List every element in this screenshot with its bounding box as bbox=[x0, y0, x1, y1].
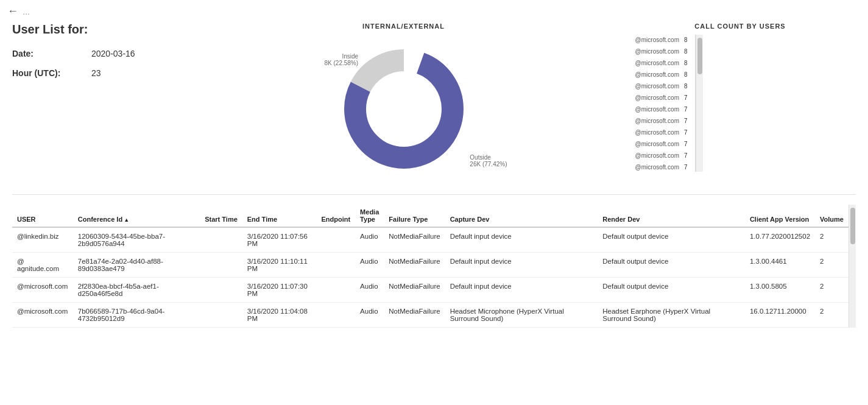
table-cell: 3/16/2020 11:07:56 PM bbox=[242, 227, 317, 253]
table-cell: 2 bbox=[815, 303, 849, 328]
table-cell: NotMediaFailure bbox=[384, 253, 445, 278]
table-cell: @linkedin.biz bbox=[12, 227, 73, 253]
table-cell: Audio bbox=[355, 278, 384, 303]
bar-label: @microsoft.com bbox=[624, 94, 679, 101]
inside-label: Inside 8K (22.58%) bbox=[325, 53, 359, 66]
table-cell: 7e81a74e-2a02-4d40-af88-89d0383ae479 bbox=[73, 253, 200, 278]
table-scrollbar-thumb[interactable] bbox=[850, 208, 855, 244]
table-cell: Default output device bbox=[598, 227, 745, 253]
table-cell: NotMediaFailure bbox=[384, 303, 445, 328]
donut-chart-section: INTERNAL/EXTERNAL Inside 8K (22.58%) Out… bbox=[207, 23, 600, 182]
outside-label: Outside 26K (77.42%) bbox=[470, 154, 507, 167]
bar-label: @microsoft.com bbox=[624, 106, 679, 113]
bar-value: 7 bbox=[684, 164, 694, 171]
breadcrumb-ellipsis: ... bbox=[23, 7, 30, 16]
table-cell: 16.0.12711.20000 bbox=[745, 303, 815, 328]
table-cell bbox=[200, 303, 242, 328]
table-cell: Default input device bbox=[445, 227, 598, 253]
col-render-dev: Render Dev bbox=[598, 205, 745, 227]
scrollbar-thumb[interactable] bbox=[697, 38, 702, 74]
table-cell: 2 bbox=[815, 253, 849, 278]
table-cell: NotMediaFailure bbox=[384, 227, 445, 253]
bar-label: @microsoft.com bbox=[624, 118, 679, 124]
hour-label: Hour (UTC): bbox=[12, 68, 91, 78]
table-cell: Default input device bbox=[445, 278, 598, 303]
donut-chart-title: INTERNAL/EXTERNAL bbox=[362, 23, 445, 30]
bar-value: 8 bbox=[684, 83, 694, 90]
table-cell bbox=[316, 303, 355, 328]
scrollbar-track[interactable] bbox=[696, 35, 703, 172]
bar-row: @microsoft.com7 bbox=[624, 139, 694, 149]
section-divider bbox=[12, 194, 856, 195]
bar-value: 7 bbox=[684, 94, 694, 101]
table-cell: 7b066589-717b-46cd-9a04-4732b95012d9 bbox=[73, 303, 200, 328]
table-cell: Audio bbox=[355, 253, 384, 278]
bar-label: @microsoft.com bbox=[624, 164, 679, 171]
table-cell: @ agnitude.com bbox=[12, 253, 73, 278]
back-button[interactable]: ← bbox=[7, 5, 18, 18]
bar-chart: @microsoft.com8@microsoft.com8@microsoft… bbox=[624, 35, 696, 172]
bar-label: @microsoft.com bbox=[624, 141, 679, 147]
table-cell: 2 bbox=[815, 278, 849, 303]
col-capture-dev: Capture Dev bbox=[445, 205, 598, 227]
table-cell bbox=[200, 253, 242, 278]
sort-arrow-conference[interactable]: ▲ bbox=[124, 217, 129, 223]
table-cell: 1.0.77.2020012502 bbox=[745, 227, 815, 253]
table-cell: Headset Earphone (HyperX Virtual Surroun… bbox=[598, 303, 745, 328]
date-row: Date: 2020-03-16 bbox=[12, 49, 183, 58]
table-cell: 1.3.00.4461 bbox=[745, 253, 815, 278]
data-table-section: USER Conference Id▲ Start Time End Time … bbox=[12, 205, 849, 328]
table-row: @ agnitude.com7e81a74e-2a02-4d40-af88-89… bbox=[12, 253, 849, 278]
bar-row: @microsoft.com8 bbox=[624, 35, 694, 44]
hour-value: 23 bbox=[91, 68, 101, 78]
table-cell: Audio bbox=[355, 227, 384, 253]
table-cell: Headset Microphone (HyperX Virtual Surro… bbox=[445, 303, 598, 328]
bar-row: @microsoft.com7 bbox=[624, 116, 694, 125]
bar-row: @microsoft.com7 bbox=[624, 104, 694, 114]
table-cell: Default output device bbox=[598, 278, 745, 303]
bar-value: 7 bbox=[684, 118, 694, 124]
table-cell bbox=[316, 278, 355, 303]
table-cell: 1.3.00.5805 bbox=[745, 278, 815, 303]
bar-value: 8 bbox=[684, 71, 694, 78]
bar-row: @microsoft.com7 bbox=[624, 150, 694, 160]
col-endpoint: Endpoint bbox=[316, 205, 355, 227]
table-cell bbox=[316, 253, 355, 278]
bar-label: @microsoft.com bbox=[624, 48, 679, 55]
table-cell: 3/16/2020 11:10:11 PM bbox=[242, 253, 317, 278]
table-cell bbox=[200, 278, 242, 303]
table-row: @microsoft.com2f2830ea-bbcf-4b5a-aef1-d2… bbox=[12, 278, 849, 303]
col-volume: Volume bbox=[815, 205, 849, 227]
table-cell: 3/16/2020 11:07:30 PM bbox=[242, 278, 317, 303]
bar-value: 8 bbox=[684, 37, 694, 43]
bar-chart-title: CALL COUNT BY USERS bbox=[624, 23, 856, 30]
bar-label: @microsoft.com bbox=[624, 60, 679, 66]
col-user: USER bbox=[12, 205, 73, 227]
col-client-app-version: Client App Version bbox=[745, 205, 815, 227]
table-cell bbox=[200, 227, 242, 253]
table-cell: @microsoft.com bbox=[12, 303, 73, 328]
hour-row: Hour (UTC): 23 bbox=[12, 68, 183, 78]
bar-label: @microsoft.com bbox=[624, 37, 679, 43]
table-cell: NotMediaFailure bbox=[384, 278, 445, 303]
page-title: User List for: bbox=[12, 23, 183, 37]
table-body: @linkedin.biz12060309-5434-45be-bba7-2b9… bbox=[12, 227, 849, 328]
date-value: 2020-03-16 bbox=[91, 49, 135, 58]
table-cell: 3/16/2020 11:04:08 PM bbox=[242, 303, 317, 328]
table-cell: 2f2830ea-bbcf-4b5a-aef1-d250a46f5e8d bbox=[73, 278, 200, 303]
user-list-info: User List for: Date: 2020-03-16 Hour (UT… bbox=[12, 23, 183, 88]
table-scrollbar-track[interactable] bbox=[849, 205, 856, 328]
table-cell bbox=[316, 227, 355, 253]
bar-row: @microsoft.com7 bbox=[624, 162, 694, 172]
user-list-table: USER Conference Id▲ Start Time End Time … bbox=[12, 205, 849, 328]
table-cell: @microsoft.com bbox=[12, 278, 73, 303]
bar-row: @microsoft.com8 bbox=[624, 46, 694, 56]
bar-label: @microsoft.com bbox=[624, 152, 679, 159]
bar-value: 8 bbox=[684, 60, 694, 66]
table-header: USER Conference Id▲ Start Time End Time … bbox=[12, 205, 849, 227]
col-failure-type: Failure Type bbox=[384, 205, 445, 227]
table-cell: 2 bbox=[815, 227, 849, 253]
bar-value: 7 bbox=[684, 152, 694, 159]
table-row: @linkedin.biz12060309-5434-45be-bba7-2b9… bbox=[12, 227, 849, 253]
bar-row: @microsoft.com7 bbox=[624, 127, 694, 137]
